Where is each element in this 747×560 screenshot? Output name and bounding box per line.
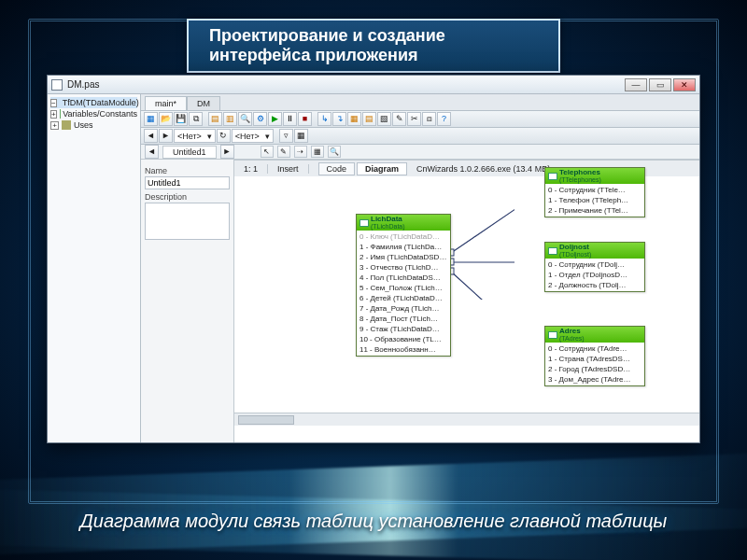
field-row[interactable]: 7 - Дата_Рожд (TLich… xyxy=(357,303,450,314)
ide-window: DM.pas — ▭ ✕ − TfDM(TDataModule) + Varia… xyxy=(47,75,700,443)
save-all-icon[interactable]: ⧉ xyxy=(189,112,203,126)
node-adres[interactable]: Adres (TAdres) 0 - Сотрудник (TAdre…1 - … xyxy=(544,326,645,386)
link-icon[interactable]: ⇢ xyxy=(294,146,307,158)
project-tree[interactable]: − TfDM(TDataModule) + Variables/Constant… xyxy=(48,94,141,442)
tool-icon[interactable]: ✎ xyxy=(392,112,406,126)
name-label: Name xyxy=(145,166,230,175)
scroll-thumb[interactable] xyxy=(238,415,294,425)
tab-main[interactable]: main* xyxy=(145,96,187,110)
description-input[interactable] xyxy=(145,203,230,240)
pause-icon[interactable]: ⏸ xyxy=(283,112,297,126)
class-dropdown[interactable]: <Нет>▾ xyxy=(174,129,216,143)
tree-node-uses[interactable]: + Uses xyxy=(50,119,137,131)
minimize-button[interactable]: — xyxy=(625,78,647,91)
next-tab-icon[interactable]: ► xyxy=(220,145,234,159)
field-row[interactable]: 6 - Детей (TLichDataD… xyxy=(357,293,450,303)
description-label: Description xyxy=(145,192,230,202)
expand-icon[interactable]: − xyxy=(50,99,57,107)
step-icon[interactable]: ↳ xyxy=(317,112,331,126)
field-row[interactable]: 9 - Стаж (TLichDataD… xyxy=(357,324,450,334)
new-icon[interactable]: ▦ xyxy=(144,112,158,126)
field-row[interactable]: 2 - Примечание (TTel… xyxy=(545,205,644,216)
tree-label: TfDM(TDataModule) xyxy=(63,98,139,107)
search-icon[interactable]: 🔍 xyxy=(238,112,252,126)
tree-node-datamodule[interactable]: − TfDM(TDataModule) xyxy=(50,97,137,108)
expand-icon[interactable]: + xyxy=(50,121,59,130)
uses-icon xyxy=(62,120,71,130)
fwd-icon[interactable]: ► xyxy=(159,129,173,143)
field-row[interactable]: 8 - Дата_Пост (TLich… xyxy=(357,314,450,324)
step2-icon[interactable]: ↴ xyxy=(332,112,346,126)
field-row[interactable]: 3 - Дом_Адрес (TAdre… xyxy=(545,374,644,385)
window-title: DM.pas xyxy=(67,79,99,90)
horizontal-scrollbar[interactable] xyxy=(234,413,699,426)
field-row[interactable]: 5 - Сем_Полож (TLich… xyxy=(357,283,450,293)
tab-dm[interactable]: DM xyxy=(187,96,220,110)
back-icon[interactable]: ◄ xyxy=(144,129,158,143)
field-row[interactable]: 1 - Отдел (TDoljnosD… xyxy=(545,270,644,280)
dataset-icon xyxy=(548,331,557,339)
slide-title-banner: Проектирование и создание интерфейса при… xyxy=(187,19,560,73)
tool2-icon[interactable]: ✂ xyxy=(407,112,421,126)
filter-icon[interactable]: ▿ xyxy=(279,129,293,143)
tree-label: Uses xyxy=(74,120,93,130)
tab-diagram[interactable]: Diagram xyxy=(357,162,407,175)
stop-icon[interactable]: ■ xyxy=(298,112,312,126)
help-icon[interactable]: ? xyxy=(437,112,451,126)
field-row[interactable]: 1 - Фамилия (TLichDa… xyxy=(357,242,450,252)
field-row[interactable]: 2 - Имя (TLichDataDSD… xyxy=(357,252,450,262)
name-input[interactable] xyxy=(145,176,230,189)
node-doljnost[interactable]: Doljnost (TDoljnost) 0 - Сотрудник (TDol… xyxy=(544,242,645,292)
field-row[interactable]: 4 - Пол (TLichDataDS… xyxy=(357,273,450,283)
chart-icon[interactable]: ▧ xyxy=(377,112,391,126)
grid-icon[interactable]: ▦ xyxy=(294,129,308,143)
field-row[interactable]: 0 - Сотрудник (TAdre… xyxy=(545,343,644,354)
config-icon[interactable]: ⚙ xyxy=(253,112,267,126)
field-row[interactable]: 3 - Отчество (TLichD… xyxy=(357,262,450,273)
dataset-icon xyxy=(359,219,369,227)
table-icon[interactable]: ▦ xyxy=(311,146,324,158)
prev-tab-icon[interactable]: ◄ xyxy=(145,145,159,159)
tool3-icon[interactable]: ⧈ xyxy=(422,112,436,126)
expand-icon[interactable]: + xyxy=(50,110,57,119)
report-icon[interactable]: ▤ xyxy=(362,112,376,126)
maximize-button[interactable]: ▭ xyxy=(649,78,671,91)
slide-title: Проектирование и создание интерфейса при… xyxy=(209,26,445,64)
field-row[interactable]: 2 - Должность (TDolj… xyxy=(545,280,644,290)
open-icon[interactable]: 📂 xyxy=(159,112,173,126)
node-telephones[interactable]: Telephones (TTelephones) 0 - Сотрудник (… xyxy=(544,167,645,217)
slide-caption: Диаграмма модули связь таблиц установлен… xyxy=(0,511,747,532)
field-row[interactable]: 2 - Город (TAdresDSD… xyxy=(545,364,644,374)
dataset-icon xyxy=(548,247,557,255)
field-row[interactable]: 0 - Ключ (TLichDataD… xyxy=(357,231,450,242)
cursor-position: 1: 1 xyxy=(234,164,268,174)
field-row[interactable]: 1 - Страна (TAdresDS… xyxy=(545,354,644,364)
close-button[interactable]: ✕ xyxy=(673,78,696,91)
folder2-icon[interactable]: ▥ xyxy=(223,112,237,126)
node-lichdata[interactable]: LichData (TLichData) 0 - Ключ (TLichData… xyxy=(356,214,451,357)
db-icon[interactable]: ▦ xyxy=(347,112,361,126)
diagram-canvas[interactable]: LichData (TLichData) 0 - Ключ (TLichData… xyxy=(234,160,699,442)
field-row[interactable]: 0 - Сотрудник (TTele… xyxy=(545,185,644,195)
comment-icon[interactable]: ✎ xyxy=(277,146,290,158)
dataset-icon xyxy=(548,173,557,180)
field-row[interactable]: 11 - Военнообязанн… xyxy=(357,344,450,355)
run-icon[interactable]: ▶ xyxy=(268,112,282,126)
field-row[interactable]: 10 - Образование (TL… xyxy=(357,334,450,344)
object-inspector: Name Description xyxy=(141,160,234,442)
pointer-icon[interactable]: ↖ xyxy=(261,146,274,158)
titlebar[interactable]: DM.pas — ▭ ✕ xyxy=(48,76,699,94)
save-icon[interactable]: 💾 xyxy=(174,112,188,126)
insert-mode: Insert xyxy=(268,164,309,174)
refresh-icon[interactable]: ↻ xyxy=(217,129,231,143)
engine-status: CnWizards 1.0.2.666.exe (13.4 MB) xyxy=(407,164,559,174)
zoom-icon[interactable]: 🔍 xyxy=(328,146,341,158)
folder-icon[interactable]: ▤ xyxy=(208,112,222,126)
tab-code[interactable]: Code xyxy=(318,162,356,175)
method-dropdown[interactable]: <Нет>▾ xyxy=(232,129,274,143)
field-row[interactable]: 0 - Сотрудник (TDolj… xyxy=(545,259,644,270)
tree-node-variables[interactable]: + Variables/Constants xyxy=(50,108,137,119)
field-row[interactable]: 1 - Телефон (TTeleph… xyxy=(545,195,644,205)
tab-untitled[interactable]: Untitled1 xyxy=(162,146,217,159)
document-icon xyxy=(51,79,63,91)
